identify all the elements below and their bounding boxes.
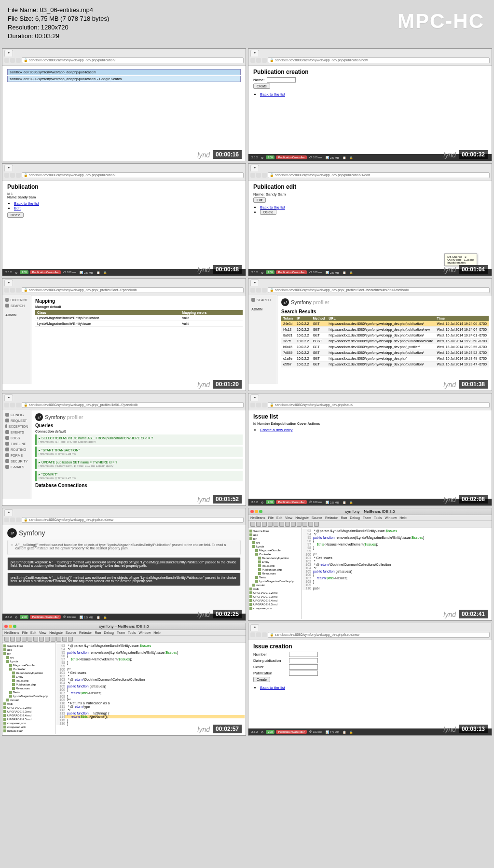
toolbar-button[interactable]: [314, 522, 319, 527]
browser-tab[interactable]: ●: [4, 394, 13, 401]
tree-item[interactable]: web: [3, 702, 54, 706]
dropdown-item[interactable]: sandbox.dev:8080/symfony/web/app_dev.php…: [7, 69, 241, 75]
tree-item[interactable]: UPGRADE-2.2.md: [249, 591, 300, 595]
table-row[interactable]: 8a92110.0.2.2GEThttp://sandbox.dev:8080/…: [281, 333, 489, 338]
menu-item[interactable]: Edit: [276, 516, 282, 519]
tree-item[interactable]: vendor: [3, 698, 54, 702]
back-button[interactable]: [4, 518, 9, 522]
toolbar-button[interactable]: [297, 522, 302, 527]
forward-button[interactable]: [256, 632, 261, 637]
tree-item[interactable]: composer.lock: [3, 725, 54, 729]
close-icon[interactable]: [250, 510, 254, 513]
sidebar-item[interactable]: ROUTING: [4, 447, 29, 452]
tree-item[interactable]: app: [3, 648, 54, 652]
toolbar-button[interactable]: [308, 522, 313, 527]
code-editor[interactable]: 93 * @param \Lynda\MagazineBundle\Entity…: [55, 643, 246, 734]
tree-item[interactable]: Resources: [249, 572, 300, 575]
forward-button[interactable]: [10, 58, 15, 63]
delete-button[interactable]: Delete: [7, 212, 24, 218]
tree-item[interactable]: DependencyInjection: [3, 671, 54, 675]
back-link[interactable]: Back to the list: [260, 205, 285, 210]
menu-item[interactable]: Team: [363, 516, 371, 519]
tree-item[interactable]: LyndaMagazineBundle.php: [249, 579, 300, 583]
tree-item[interactable]: bin: [249, 537, 300, 541]
reload-button[interactable]: [262, 173, 267, 178]
tree-item[interactable]: UPGRADE-2.5.md: [3, 717, 54, 721]
sidebar-item[interactable]: TIMELINE: [4, 441, 29, 447]
toolbar-button[interactable]: [45, 637, 50, 642]
tree-item[interactable]: src: [3, 656, 54, 659]
tree-item[interactable]: Source Files: [3, 644, 54, 648]
create-button[interactable]: Create: [253, 677, 270, 682]
tree-item[interactable]: bin: [3, 652, 54, 656]
address-bar[interactable]: 🔒 sandbox.dev:8080/symfony/web/app_dev.p…: [22, 172, 244, 178]
back-button[interactable]: [4, 403, 9, 407]
toolbar-button[interactable]: [39, 637, 44, 642]
address-bar[interactable]: 🔒 sandbox.dev:8080/symfony/web/app_dev.p…: [22, 517, 244, 523]
toolbar-button[interactable]: [51, 637, 55, 642]
link[interactable]: Edit: [14, 206, 21, 210]
table-row[interactable]: e5f6710.0.2.2GEThttp://sandbox.dev:8080/…: [281, 362, 489, 367]
table-row[interactable]: b0c4510.0.2.2GEThttp://sandbox.dev:8080/…: [281, 344, 489, 350]
create-link[interactable]: Create a new entry: [260, 428, 293, 432]
sidebar-item[interactable]: E-MAILS: [4, 464, 29, 470]
tree-item[interactable]: Issue.php: [249, 564, 300, 568]
address-bar[interactable]: 🔒 sandbox.dev:8080/symfony/web/app_dev.p…: [22, 57, 244, 63]
table-row[interactable]: c1a3e10.0.2.2GEThttp://sandbox.dev:8080/…: [281, 356, 489, 362]
maximize-icon[interactable]: [259, 510, 262, 513]
menu-item[interactable]: Debug: [350, 516, 360, 519]
reload-button[interactable]: [16, 173, 21, 178]
toolbar-button[interactable]: [33, 637, 38, 642]
reload-button[interactable]: [262, 288, 267, 293]
menu-item[interactable]: Refactor: [79, 631, 92, 634]
tree-item[interactable]: LyndaMagazineBundle.php: [3, 694, 54, 698]
link[interactable]: Back to the list: [14, 201, 39, 206]
toolbar-button[interactable]: [256, 522, 261, 527]
menu-item[interactable]: File: [22, 631, 27, 634]
table-row[interactable]: 3e7ff10.0.2.2POSThttp://sandbox.dev:8080…: [281, 338, 489, 344]
browser-tab[interactable]: ●: [250, 50, 259, 56]
menu-item[interactable]: Navigate: [49, 631, 63, 634]
table-row[interactable]: f4c1210.0.2.2GEThttp://sandbox.dev:8080/…: [281, 327, 489, 333]
back-button[interactable]: [250, 288, 255, 293]
reload-button[interactable]: [262, 632, 267, 637]
sidebar-item[interactable]: DOCTRINE: [4, 297, 29, 303]
forward-button[interactable]: [256, 288, 261, 293]
browser-tab[interactable]: ●: [250, 394, 259, 401]
toolbar-button[interactable]: [274, 522, 278, 527]
tree-item[interactable]: Controller: [3, 667, 54, 671]
forward-button[interactable]: [256, 58, 261, 63]
toolbar-button[interactable]: [56, 637, 61, 642]
sidebar-item[interactable]: FORMS: [4, 452, 29, 458]
address-bar[interactable]: 🔒 sandbox.dev:8080/symfony/web/app_dev.p…: [22, 402, 244, 408]
toolbar-button[interactable]: [302, 522, 307, 527]
tree-item[interactable]: UPGRADE-2.3.md: [3, 710, 54, 714]
back-button[interactable]: [250, 173, 255, 178]
menu-item[interactable]: Source: [66, 631, 76, 634]
address-bar[interactable]: 🔒 sandbox.dev:8080/symfony/web/app_dev.p…: [268, 172, 490, 178]
address-bar[interactable]: 🔒 sandbox.dev:8080/symfony/web/app_dev.p…: [268, 632, 490, 638]
sidebar-item[interactable]: REQUEST: [4, 418, 29, 423]
reload-button[interactable]: [262, 58, 267, 63]
forward-button[interactable]: [256, 403, 261, 407]
form-input[interactable]: [289, 664, 318, 670]
forward-button[interactable]: [10, 288, 15, 293]
tree-item[interactable]: UPGRADE-2.4.md: [3, 714, 54, 717]
menu-item[interactable]: NetBeans: [4, 631, 19, 634]
tree-item[interactable]: MagazineBundle: [3, 663, 54, 667]
code-editor[interactable]: 93 * @param \Lynda\MagazineBundle\Entity…: [302, 528, 492, 619]
menu-item[interactable]: Help: [153, 631, 160, 634]
table-row[interactable]: 24e3d10.0.2.2GEThttp://sandbox.dev:8080/…: [281, 321, 489, 327]
reload-button[interactable]: [16, 58, 21, 63]
menu-item[interactable]: Tools: [128, 631, 136, 634]
tree-item[interactable]: Include Path: [3, 729, 54, 733]
back-link[interactable]: Back to the list: [260, 92, 285, 97]
reload-button[interactable]: [16, 518, 21, 522]
toolbar-button[interactable]: [10, 637, 15, 642]
tree-item[interactable]: composer.json: [3, 721, 54, 725]
toolbar-button[interactable]: [27, 637, 32, 642]
form-input[interactable]: [289, 658, 318, 663]
dropdown-item[interactable]: sandbox.dev:8080/symfony/web/app_dev.php…: [7, 76, 241, 82]
tree-item[interactable]: Lynda: [249, 545, 300, 548]
tree-item[interactable]: vendor: [249, 583, 300, 587]
